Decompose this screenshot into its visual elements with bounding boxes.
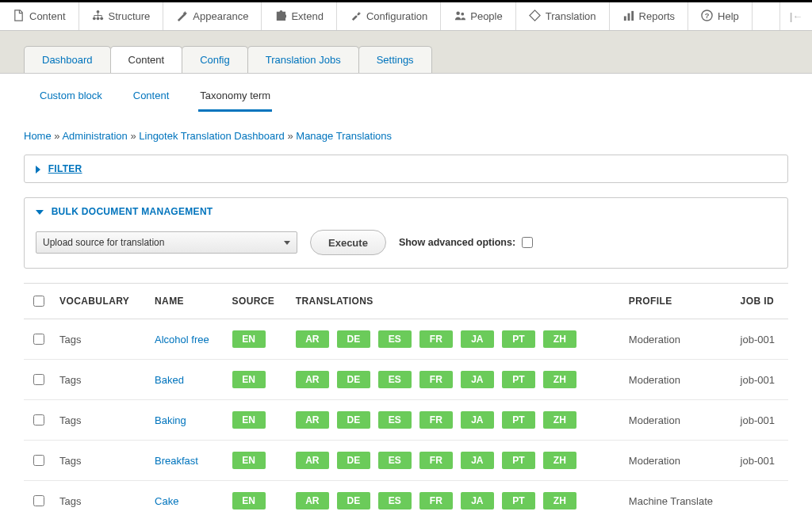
cell-name: Alcohol free: [148, 319, 225, 360]
admin-menu-appearance[interactable]: Appearance: [163, 2, 262, 30]
admin-menu-label: Help: [718, 10, 739, 22]
back-arrow-button[interactable]: |←: [780, 2, 812, 30]
translation-lang-badge[interactable]: JA: [461, 452, 494, 469]
translation-lang-badge[interactable]: DE: [337, 330, 370, 348]
translation-lang-badge[interactable]: DE: [337, 371, 370, 388]
advanced-options-checkbox[interactable]: [522, 237, 533, 248]
bulk-management-panel: BULK DOCUMENT MANAGEMENT Upload source f…: [24, 197, 788, 269]
cell-profile: Moderation: [622, 400, 734, 441]
cell-source: EN: [226, 360, 289, 400]
translation-lang-badge[interactable]: FR: [419, 330, 453, 348]
subtab-taxonomy-term[interactable]: Taxonomy term: [198, 85, 272, 112]
translation-lang-badge[interactable]: ZH: [543, 411, 576, 429]
select-all-checkbox[interactable]: [33, 296, 44, 307]
admin-menu-reports[interactable]: Reports: [610, 2, 689, 30]
subtab-custom-block[interactable]: Custom block: [38, 85, 104, 112]
term-link[interactable]: Breakfast: [155, 455, 198, 467]
tab-content[interactable]: Content: [110, 46, 183, 73]
translation-lang-badge[interactable]: DE: [337, 492, 370, 509]
admin-menu-translation[interactable]: Translation: [516, 2, 610, 30]
row-checkbox[interactable]: [33, 374, 44, 385]
tab-settings[interactable]: Settings: [358, 46, 432, 73]
source-lang-badge[interactable]: EN: [232, 492, 266, 509]
translation-lang-badge[interactable]: FR: [419, 411, 453, 429]
cell-name: Cake: [148, 481, 225, 520]
admin-menu-configuration[interactable]: Configuration: [337, 2, 441, 30]
row-checkbox[interactable]: [33, 334, 44, 345]
translation-lang-badge[interactable]: AR: [296, 411, 329, 429]
execute-button[interactable]: Execute: [310, 230, 386, 255]
translation-lang-badge[interactable]: ES: [378, 452, 412, 469]
svg-point-4: [457, 11, 461, 15]
primary-tab-bar: DashboardContentConfigTranslation JobsSe…: [0, 31, 812, 74]
translation-lang-badge[interactable]: ZH: [543, 330, 576, 348]
translation-lang-badge[interactable]: PT: [502, 371, 535, 388]
translation-lang-badge[interactable]: PT: [502, 452, 535, 469]
row-checkbox[interactable]: [33, 455, 44, 466]
translation-lang-badge[interactable]: ZH: [543, 452, 576, 469]
breadcrumb-link[interactable]: Home: [24, 130, 52, 142]
cell-name: Baking: [148, 400, 225, 441]
translation-lang-badge[interactable]: ES: [378, 411, 412, 429]
tab-dashboard[interactable]: Dashboard: [24, 46, 111, 73]
translation-lang-badge[interactable]: JA: [461, 411, 494, 429]
translation-lang-badge[interactable]: ZH: [543, 492, 576, 509]
bulk-panel-header[interactable]: BULK DOCUMENT MANAGEMENT: [25, 198, 787, 225]
chevron-down-icon: [36, 210, 44, 215]
breadcrumb-link[interactable]: Manage Translations: [296, 130, 392, 142]
translation-lang-badge[interactable]: AR: [296, 371, 329, 388]
translation-lang-badge[interactable]: DE: [337, 452, 370, 469]
source-lang-badge[interactable]: EN: [232, 330, 266, 348]
translation-lang-badge[interactable]: JA: [461, 330, 494, 348]
source-lang-badge[interactable]: EN: [232, 371, 266, 388]
bulk-action-select[interactable]: Upload source for translation: [36, 231, 297, 254]
admin-menu-people[interactable]: People: [441, 2, 515, 30]
translation-lang-badge[interactable]: ES: [378, 330, 412, 348]
translation-lang-badge[interactable]: JA: [461, 492, 494, 509]
advanced-options-label: Show advanced options:: [399, 237, 515, 248]
translation-lang-badge[interactable]: JA: [461, 371, 494, 388]
admin-menu-help[interactable]: ?Help: [688, 2, 753, 30]
admin-menu-structure[interactable]: Structure: [79, 2, 164, 30]
term-link[interactable]: Baked: [155, 374, 184, 386]
translation-lang-badge[interactable]: FR: [419, 492, 453, 509]
source-lang-badge[interactable]: EN: [232, 452, 266, 469]
tab-config[interactable]: Config: [182, 46, 248, 73]
table-row: TagsCakeENARDEESFRJAPTZHMachine Translat…: [24, 481, 788, 520]
term-link[interactable]: Cake: [155, 495, 178, 507]
help-icon: ?: [701, 10, 713, 24]
tab-translation-jobs[interactable]: Translation Jobs: [247, 46, 359, 73]
translation-lang-badge[interactable]: FR: [419, 452, 453, 469]
cell-job-id: job-001: [734, 441, 788, 481]
translation-lang-badge[interactable]: FR: [419, 371, 453, 388]
admin-menu-content[interactable]: Content: [0, 2, 79, 30]
translation-lang-badge[interactable]: ES: [378, 371, 412, 388]
translation-lang-badge[interactable]: PT: [502, 411, 535, 429]
translation-lang-badge[interactable]: AR: [296, 492, 329, 509]
translation-lang-badge[interactable]: PT: [502, 492, 535, 509]
translation-lang-badge[interactable]: ZH: [543, 371, 576, 388]
subtab-content[interactable]: Content: [132, 85, 171, 112]
breadcrumb-link[interactable]: Administration: [62, 130, 127, 142]
filter-panel[interactable]: FILTER: [24, 155, 788, 183]
translation-lang-badge[interactable]: DE: [337, 411, 370, 429]
row-checkbox[interactable]: [33, 414, 44, 426]
secondary-tab-bar: Custom blockContentTaxonomy term: [24, 74, 788, 113]
row-checkbox[interactable]: [33, 495, 44, 506]
cell-source: EN: [226, 400, 289, 441]
translation-lang-badge[interactable]: ES: [378, 492, 412, 509]
chevron-right-icon: [36, 166, 40, 174]
translation-lang-badge[interactable]: PT: [502, 330, 535, 348]
col-source: SOURCE: [226, 284, 289, 319]
breadcrumb-link[interactable]: Lingotek Translation Dashboard: [139, 130, 285, 142]
translation-lang-badge[interactable]: AR: [296, 330, 329, 348]
admin-menu-label: Translation: [546, 10, 596, 22]
term-link[interactable]: Baking: [155, 414, 186, 426]
translation-lang-badge[interactable]: AR: [296, 452, 329, 469]
term-link[interactable]: Alcohol free: [155, 334, 209, 345]
source-lang-badge[interactable]: EN: [232, 411, 266, 429]
admin-menu-extend[interactable]: Extend: [262, 2, 336, 30]
svg-point-1: [92, 17, 95, 20]
cell-job-id: [734, 481, 788, 520]
cell-vocabulary: Tags: [53, 441, 148, 481]
